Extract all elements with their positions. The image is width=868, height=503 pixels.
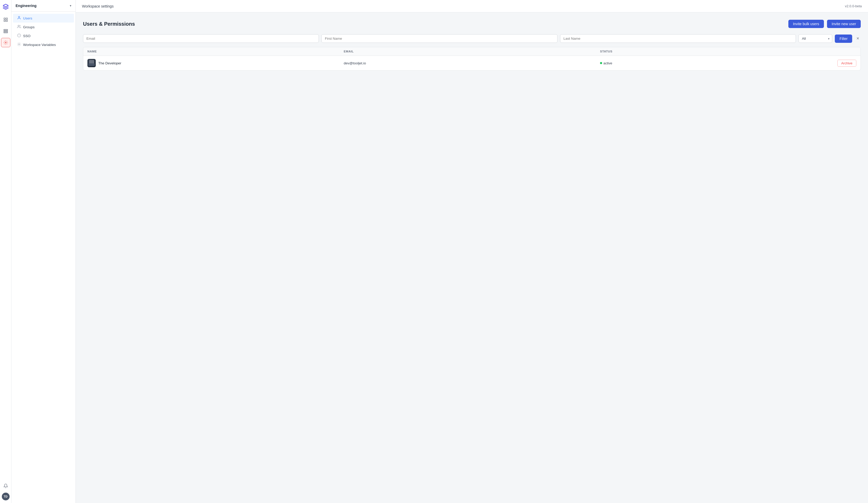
sso-icon bbox=[17, 33, 21, 38]
svg-rect-5 bbox=[4, 31, 8, 32]
user-cell: The Developer bbox=[87, 59, 344, 67]
topbar-title: Workspace settings bbox=[82, 4, 114, 8]
sidebar-item-groups-label: Groups bbox=[23, 25, 34, 29]
sidebar-item-sso-label: SSO bbox=[23, 34, 31, 38]
sidebar-nav: Users Groups SSO bbox=[11, 12, 75, 51]
svg-rect-1 bbox=[6, 18, 7, 19]
sidebar-item-groups[interactable]: Groups bbox=[13, 23, 74, 31]
sidebar-item-apps[interactable] bbox=[1, 15, 10, 24]
sidebar-item-settings[interactable] bbox=[1, 38, 10, 47]
svg-rect-2 bbox=[4, 20, 5, 22]
status-cell: active Archive bbox=[600, 60, 856, 67]
sidebar-item-users[interactable]: Users bbox=[13, 14, 74, 23]
sidebar: Engineering ▾ Users Groups bbox=[11, 0, 76, 503]
svg-point-8 bbox=[18, 16, 20, 18]
table-row: The Developer dev@tooljet.io active Arch… bbox=[83, 56, 860, 70]
page-header: Users & Permissions Invite bulk users In… bbox=[83, 20, 861, 28]
header-actions: Invite bulk users Invite new user bbox=[788, 20, 861, 28]
icon-bar: TD bbox=[0, 0, 11, 503]
sidebar-item-components[interactable] bbox=[1, 27, 10, 36]
user-email: dev@tooljet.io bbox=[344, 61, 366, 65]
sidebar-item-workspace-variables-label: Workspace Variables bbox=[23, 43, 56, 47]
invite-bulk-users-button[interactable]: Invite bulk users bbox=[788, 20, 824, 28]
svg-point-13 bbox=[19, 44, 20, 45]
version-label: v2.0.0-beta bbox=[845, 4, 862, 8]
sidebar-item-sso[interactable]: SSO bbox=[13, 31, 74, 40]
first-name-filter-input[interactable] bbox=[321, 34, 557, 43]
status-dot bbox=[600, 62, 602, 64]
page-title: Users & Permissions bbox=[83, 21, 135, 27]
workspace-selector[interactable]: Engineering ▾ bbox=[11, 0, 75, 12]
email-filter-input[interactable] bbox=[83, 34, 319, 43]
status-filter-select[interactable]: All Active Archived Invited bbox=[798, 34, 832, 43]
email-cell: dev@tooljet.io bbox=[344, 61, 600, 65]
workspace-name: Engineering bbox=[16, 4, 37, 8]
svg-rect-6 bbox=[4, 32, 8, 33]
users-table: NAME EMAIL STATUS The Developer dev@tool… bbox=[83, 47, 861, 71]
variables-icon bbox=[17, 42, 21, 47]
svg-point-9 bbox=[18, 25, 19, 27]
svg-rect-0 bbox=[4, 18, 5, 19]
status-badge: active bbox=[600, 61, 612, 65]
filter-button[interactable]: Filter bbox=[835, 34, 852, 43]
user-icon bbox=[17, 16, 21, 21]
svg-rect-3 bbox=[6, 20, 7, 22]
col-header-status: STATUS bbox=[600, 50, 856, 53]
icon-bar-bottom: TD bbox=[1, 481, 10, 500]
filters-row: All Active Archived Invited ▾ Filter × bbox=[83, 34, 861, 43]
sidebar-item-users-label: Users bbox=[23, 16, 32, 20]
user-avatar-img bbox=[87, 59, 96, 67]
archive-button[interactable]: Archive bbox=[837, 60, 856, 67]
invite-new-user-button[interactable]: Invite new user bbox=[827, 20, 861, 28]
status-filter-wrapper: All Active Archived Invited ▾ bbox=[798, 34, 832, 43]
sidebar-item-workspace-variables[interactable]: Workspace Variables bbox=[13, 40, 74, 49]
status-text: active bbox=[603, 61, 612, 65]
chevron-down-icon: ▾ bbox=[70, 4, 71, 8]
groups-icon bbox=[17, 25, 21, 29]
content-area: Users & Permissions Invite bulk users In… bbox=[76, 12, 868, 503]
svg-point-7 bbox=[5, 42, 6, 43]
col-header-name: NAME bbox=[87, 50, 344, 53]
user-avatar[interactable]: TD bbox=[2, 493, 10, 500]
svg-rect-4 bbox=[4, 29, 8, 30]
app-logo[interactable] bbox=[2, 3, 10, 11]
col-header-email: EMAIL bbox=[344, 50, 600, 53]
last-name-filter-input[interactable] bbox=[560, 34, 796, 43]
topbar: Workspace settings v2.0.0-beta bbox=[76, 0, 868, 12]
notifications-icon[interactable] bbox=[1, 481, 10, 491]
table-header: NAME EMAIL STATUS bbox=[83, 47, 860, 56]
main-content: Workspace settings v2.0.0-beta Users & P… bbox=[76, 0, 868, 503]
user-name: The Developer bbox=[98, 61, 121, 65]
clear-filter-button[interactable]: × bbox=[855, 35, 861, 42]
